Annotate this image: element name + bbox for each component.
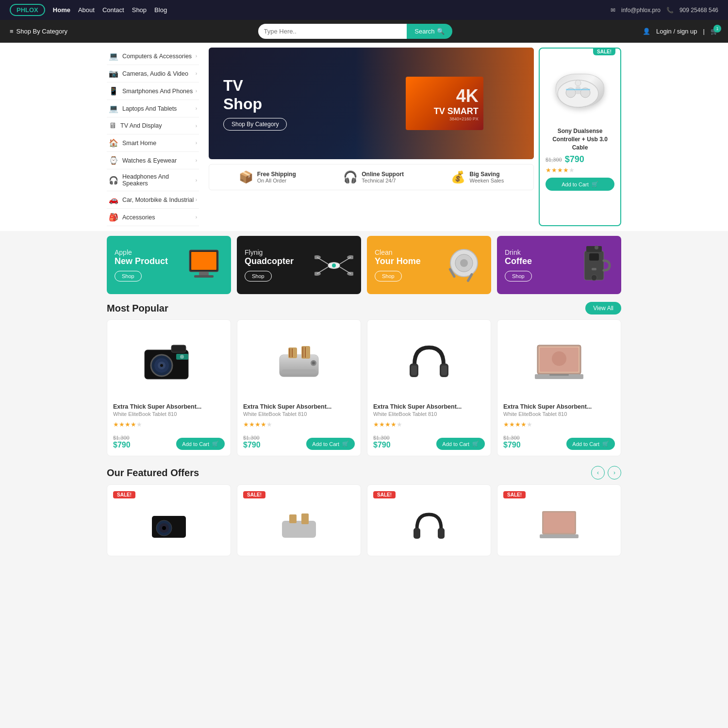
prev-arrow-button[interactable]: ‹ bbox=[591, 466, 605, 480]
login-label[interactable]: Login / sign up bbox=[656, 28, 697, 35]
promo-coffee-product: Coffee bbox=[505, 256, 532, 267]
sale-badge-3: SALE! bbox=[503, 491, 526, 498]
price-old: $1,300 bbox=[546, 157, 562, 163]
next-arrow-button[interactable]: › bbox=[608, 466, 621, 480]
sidebar-item-computers[interactable]: 💻 Computers & Accessories › bbox=[107, 48, 199, 65]
product-sub-2: White EliteBook Tablet 810 bbox=[373, 411, 485, 417]
svg-rect-39 bbox=[171, 345, 186, 352]
promo-card-vacuum: Clean Your Home Shop bbox=[367, 236, 491, 294]
price-wrap-1: $1,300 $790 bbox=[243, 435, 261, 449]
logo-button[interactable]: PHLOX bbox=[10, 4, 45, 16]
price-wrap-2: $1,300 $790 bbox=[373, 435, 391, 449]
feature-saving: 💰 Big Saving Weeken Sales bbox=[451, 170, 504, 184]
promo-section: Apple New Product Shop Flynig Quadcopter… bbox=[97, 236, 631, 294]
search-bar: ≡ Shop By Category Search 🔍 👤 Login / si… bbox=[0, 20, 728, 43]
add-to-cart-button[interactable]: Add to Cart 🛒 bbox=[546, 178, 614, 191]
car-icon: 🚗 bbox=[109, 195, 118, 204]
svg-rect-47 bbox=[292, 348, 293, 357]
add-cart-button-3[interactable]: Add to Cart 🛒 bbox=[566, 438, 615, 450]
svg-point-32 bbox=[591, 275, 597, 281]
add-cart-button-1[interactable]: Add to Cart 🛒 bbox=[306, 438, 355, 450]
top-bar-right: ✉ info@phlox.pro 📞 909 25468 546 bbox=[611, 7, 718, 14]
hero-shop-button[interactable]: Shop By Category bbox=[223, 118, 287, 131]
promo-apple-text: Apple New Product Shop bbox=[115, 248, 168, 281]
promo-apple-image bbox=[184, 248, 223, 283]
laptop-svg bbox=[532, 340, 586, 384]
promo-card-drone: Flynig Quadcopter Shop bbox=[237, 236, 361, 294]
new-price-1: $790 bbox=[243, 441, 261, 449]
product-image-area bbox=[546, 59, 614, 122]
sidebar-item-headphones[interactable]: 🎧 Headphones And Speakers › bbox=[107, 169, 199, 191]
apple-monitor-svg bbox=[184, 248, 223, 281]
cart-icon-2: 🛒 bbox=[472, 441, 479, 447]
promo-drone-brand: Flynig bbox=[245, 248, 294, 256]
promo-apple-shop-button[interactable]: Shop bbox=[115, 271, 142, 281]
add-cart-button-2[interactable]: Add to Cart 🛒 bbox=[436, 438, 485, 450]
promo-drone-shop-button[interactable]: Shop bbox=[245, 271, 272, 281]
support-subtitle: Technical 24/7 bbox=[362, 178, 404, 183]
nav-shop[interactable]: Shop bbox=[132, 6, 147, 14]
saving-icon: 💰 bbox=[451, 170, 465, 184]
search-input[interactable] bbox=[258, 24, 407, 39]
sidebar-item-car[interactable]: 🚗 Car, Motorbike & Industrial › bbox=[107, 191, 199, 209]
sidebar: 💻 Computers & Accessories › 📷 Cameras, A… bbox=[107, 48, 204, 226]
stars-3: ★★★★★ bbox=[503, 421, 615, 428]
menu-icon: ≡ bbox=[10, 28, 14, 35]
nav-home[interactable]: Home bbox=[53, 6, 70, 14]
product-name-3: Extra Thick Super Absorbent... bbox=[503, 403, 615, 410]
nav-blog[interactable]: Blog bbox=[154, 6, 167, 14]
shipping-icon: 📦 bbox=[239, 170, 253, 184]
add-cart-button-0[interactable]: Add to Cart 🛒 bbox=[176, 438, 225, 450]
product-grid: Extra Thick Super Absorbent... White Eli… bbox=[97, 319, 631, 456]
sidebar-label-cameras: Cameras, Audio & Video bbox=[122, 70, 188, 77]
product-card-2: Extra Thick Super Absorbent... White Eli… bbox=[367, 319, 491, 456]
header-right: 👤 Login / sign up | 🛒 1 bbox=[643, 28, 718, 35]
product-sub-0: White EliteBook Tablet 810 bbox=[113, 411, 225, 417]
sidebar-item-tv[interactable]: 🖥 TV And Display › bbox=[107, 117, 199, 134]
cart-btn-icon: 🛒 bbox=[592, 181, 598, 187]
search-button[interactable]: Search 🔍 bbox=[407, 24, 452, 39]
saving-subtitle: Weeken Sales bbox=[469, 178, 504, 183]
category-label[interactable]: ≡ Shop By Category bbox=[10, 28, 67, 35]
view-all-button[interactable]: View All bbox=[585, 302, 621, 314]
top-bar-left: PHLOX Home About Contact Shop Blog bbox=[10, 4, 167, 16]
hero-banner: TV Shop Shop By Category 4K TV SMART 384… bbox=[209, 48, 534, 159]
sidebar-item-cameras[interactable]: 📷 Cameras, Audio & Video › bbox=[107, 65, 199, 83]
promo-coffee-text: Drink Coffee Shop bbox=[505, 248, 532, 281]
sidebar-item-smartphones[interactable]: 📱 Smartphones And Phones › bbox=[107, 83, 199, 100]
promo-vacuum-image bbox=[445, 244, 483, 286]
promo-coffee-shop-button[interactable]: Shop bbox=[505, 271, 532, 281]
stars-2: ★★★★★ bbox=[373, 421, 485, 428]
nav-about[interactable]: About bbox=[78, 6, 95, 14]
svg-rect-48 bbox=[302, 347, 303, 358]
controller-image bbox=[556, 74, 604, 108]
svg-rect-11 bbox=[194, 275, 214, 278]
sidebar-label-smarthome: Smart Home bbox=[122, 140, 156, 147]
accessories-icon: 🎒 bbox=[109, 213, 118, 222]
nav-arrows: ‹ › bbox=[591, 466, 621, 480]
product-sub-1: White EliteBook Tablet 810 bbox=[243, 411, 355, 417]
promo-vacuum-shop-button[interactable]: Shop bbox=[375, 271, 402, 281]
sidebar-item-watches[interactable]: ⌚ Watches & Eyewear › bbox=[107, 152, 199, 169]
sidebar-item-accessories[interactable]: 🎒 Accessories › bbox=[107, 209, 199, 226]
stars-1: ★★★★★ bbox=[243, 421, 355, 428]
promo-apple-product: New Product bbox=[115, 256, 168, 267]
most-popular-title: Most Popular bbox=[107, 303, 168, 314]
sidebar-item-smarthome[interactable]: 🏠 Smart Home › bbox=[107, 134, 199, 152]
chevron-right-icon: › bbox=[196, 197, 197, 202]
featured-img-2 bbox=[373, 501, 485, 550]
sidebar-label-watches: Watches & Eyewear bbox=[122, 157, 177, 164]
search-icon: 🔍 bbox=[437, 28, 445, 35]
chevron-right-icon: › bbox=[196, 88, 197, 94]
support-icon: 🎧 bbox=[343, 170, 358, 184]
promo-card-apple: Apple New Product Shop bbox=[107, 236, 231, 294]
support-text: Online Support Technical 24/7 bbox=[362, 171, 404, 183]
smarthome-icon: 🏠 bbox=[109, 138, 118, 148]
nav-contact[interactable]: Contact bbox=[102, 6, 124, 14]
cart-icon[interactable]: 🛒 1 bbox=[711, 28, 718, 35]
svg-rect-5 bbox=[566, 89, 590, 90]
chevron-right-icon: › bbox=[196, 123, 197, 129]
cart-badge: 1 bbox=[713, 25, 721, 33]
sidebar-item-laptops[interactable]: 💻 Laptops And Tablets › bbox=[107, 100, 199, 117]
chevron-right-icon: › bbox=[196, 215, 197, 220]
